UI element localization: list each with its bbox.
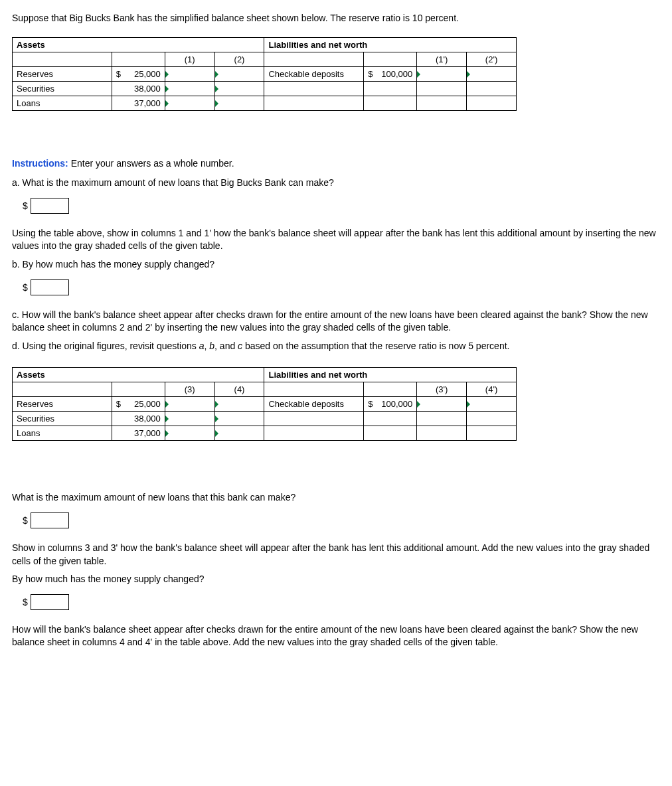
blank: [264, 382, 364, 397]
answer-2a-input[interactable]: [31, 512, 69, 528]
blank: [112, 382, 165, 397]
input-cell[interactable]: [214, 96, 264, 110]
row-label: Reserves: [13, 66, 112, 81]
row-value: $25,000: [112, 397, 165, 412]
liab-value: $100,000: [364, 397, 417, 412]
row-label: Loans: [13, 426, 112, 441]
answer-a: $: [23, 198, 69, 214]
blank: [264, 52, 364, 66]
blank: [467, 412, 517, 426]
blank: [417, 96, 467, 110]
input-cell[interactable]: [417, 397, 467, 412]
blank: [364, 426, 417, 441]
question-c: c. How will the bank's balance sheet app…: [12, 309, 660, 335]
blank: [467, 96, 517, 110]
dollar-sign: $: [23, 597, 28, 607]
col-4-header: (4): [214, 382, 264, 397]
dollar-sign: $: [23, 282, 28, 293]
col-2-header: (2): [214, 52, 264, 66]
row-value: 37,000: [112, 96, 165, 110]
row-value: 37,000: [112, 426, 165, 441]
question-b: b. By how much has the money supply chan…: [12, 258, 660, 272]
answer-a-input[interactable]: [31, 198, 69, 214]
liab-value: $100,000: [364, 66, 417, 81]
col-4p-header: (4'): [467, 382, 517, 397]
answer-2b: $: [23, 594, 69, 610]
answer-b-input[interactable]: [31, 279, 69, 295]
instructions-text: Enter your answers as a whole number.: [68, 158, 234, 169]
input-cell[interactable]: [165, 426, 214, 441]
blank: [364, 52, 417, 66]
assets-header: Assets: [13, 368, 264, 382]
input-cell[interactable]: [214, 81, 264, 96]
blank: [112, 52, 165, 66]
blank: [364, 81, 417, 96]
balance-table-1: Assets Liabilities and net worth (1) (2)…: [12, 37, 517, 111]
row-value: $25,000: [112, 66, 165, 81]
input-cell[interactable]: [165, 96, 214, 110]
input-cell[interactable]: [165, 397, 214, 412]
liabilities-header: Liabilities and net worth: [264, 368, 517, 382]
question-2c: How will the bank's balance sheet appear…: [12, 623, 660, 649]
after-a-text: Using the table above, show in columns 1…: [12, 227, 660, 253]
col-3p-header: (3'): [417, 382, 467, 397]
blank: [364, 412, 417, 426]
input-cell[interactable]: [165, 412, 214, 426]
row-label: Securities: [13, 412, 112, 426]
dollar-sign: $: [23, 200, 28, 211]
blank: [417, 81, 467, 96]
answer-2a: $: [23, 512, 69, 528]
input-cell[interactable]: [214, 412, 264, 426]
liabilities-header: Liabilities and net worth: [264, 37, 517, 52]
input-cell[interactable]: [165, 81, 214, 96]
blank: [417, 426, 467, 441]
input-cell[interactable]: [214, 397, 264, 412]
blank: [264, 81, 364, 96]
row-value: 38,000: [112, 81, 165, 96]
input-cell[interactable]: [165, 66, 214, 81]
input-cell[interactable]: [214, 426, 264, 441]
input-cell[interactable]: [467, 397, 517, 412]
intro-text: Suppose that Big Bucks Bank has the simp…: [12, 12, 660, 25]
blank: [364, 96, 417, 110]
question-2b: By how much has the money supply changed…: [12, 573, 660, 586]
balance-table-2: Assets Liabilities and net worth (3) (4)…: [12, 367, 517, 441]
assets-header: Assets: [13, 37, 264, 52]
after-2a-text: Show in columns 3 and 3' how the bank's …: [12, 542, 660, 568]
blank: [13, 382, 112, 397]
answer-2b-input[interactable]: [31, 594, 69, 610]
blank: [467, 426, 517, 441]
row-label: Loans: [13, 96, 112, 110]
blank: [264, 412, 364, 426]
input-cell[interactable]: [467, 66, 517, 81]
input-cell[interactable]: [417, 66, 467, 81]
question-a: a. What is the maximum amount of new loa…: [12, 177, 660, 190]
row-label: Reserves: [13, 397, 112, 412]
col-1-header: (1): [165, 52, 214, 66]
question-d: d. Using the original figures, revisit q…: [12, 340, 660, 353]
blank: [417, 412, 467, 426]
row-value: 38,000: [112, 412, 165, 426]
col-2p-header: (2'): [467, 52, 517, 66]
question-2a: What is the maximum amount of new loans …: [12, 491, 660, 505]
liab-label: Checkable deposits: [264, 66, 364, 81]
blank: [364, 382, 417, 397]
blank: [264, 426, 364, 441]
liab-label: Checkable deposits: [264, 397, 364, 412]
answer-b: $: [23, 279, 69, 295]
blank: [264, 96, 364, 110]
instructions-label: Instructions:: [12, 158, 68, 169]
row-label: Securities: [13, 81, 112, 96]
dollar-sign: $: [23, 515, 28, 526]
input-cell[interactable]: [214, 66, 264, 81]
blank: [467, 81, 517, 96]
blank: [13, 52, 112, 66]
instructions-line: Instructions: Enter your answers as a wh…: [12, 157, 660, 171]
col-1p-header: (1'): [417, 52, 467, 66]
col-3-header: (3): [165, 382, 214, 397]
